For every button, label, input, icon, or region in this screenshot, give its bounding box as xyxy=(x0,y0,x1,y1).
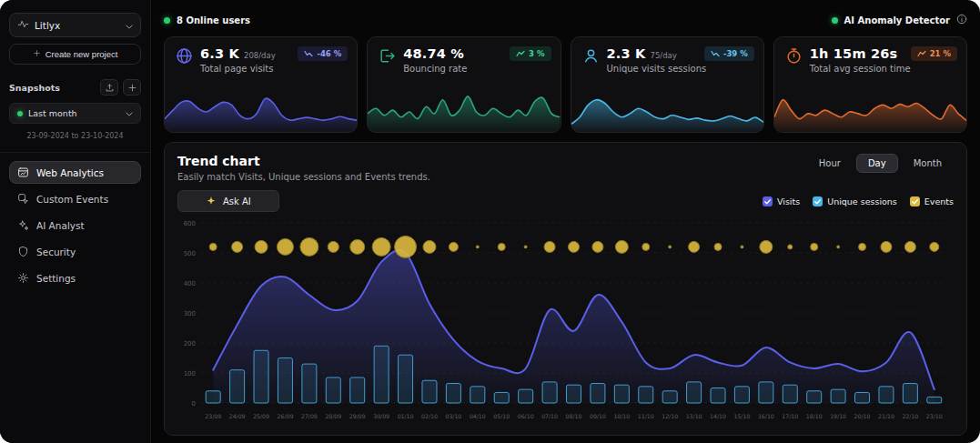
chart-legend: Visits Unique sessions Events xyxy=(763,196,954,206)
litlyx-logo-icon xyxy=(17,18,29,32)
legend-item-visits[interactable]: Visits xyxy=(763,196,800,206)
create-project-button[interactable]: Create new project xyxy=(9,44,141,65)
ask-ai-button[interactable]: Ask AI xyxy=(177,190,279,212)
svg-text:19/10: 19/10 xyxy=(830,413,846,419)
topbar: 8 Online users AI Anomaly Detector xyxy=(164,11,967,29)
check-icon xyxy=(911,197,919,206)
snapshot-add-button[interactable] xyxy=(123,79,141,96)
svg-text:09/10: 09/10 xyxy=(590,413,606,419)
svg-text:03/10: 03/10 xyxy=(445,413,461,419)
stat-card-bouncing-rate: 48.74 % Bouncing rate 3 % xyxy=(367,36,561,133)
sidebar-item-security[interactable]: Security xyxy=(9,240,141,263)
online-users-label: 8 Online users xyxy=(177,15,250,25)
stat-label: Total page visits xyxy=(200,64,276,74)
legend-checkbox-0[interactable] xyxy=(763,196,773,206)
svg-text:24/09: 24/09 xyxy=(229,413,246,419)
svg-text:01/10: 01/10 xyxy=(398,413,414,419)
stat-value: 48.74 % xyxy=(403,46,464,61)
legend-checkbox-2[interactable] xyxy=(910,196,920,206)
svg-text:08/10: 08/10 xyxy=(566,413,582,419)
user-icon xyxy=(582,47,600,74)
stat-card-unique-sessions: 2.3 K 75/day Unique visits sessions -39 … xyxy=(571,36,764,133)
stat-badge-2: -39 % xyxy=(704,46,754,61)
trend-chart-area: 010020030040050060023/0924/0925/0926/092… xyxy=(177,217,954,429)
svg-text:21/10: 21/10 xyxy=(878,413,894,419)
globe-icon xyxy=(176,47,193,74)
sidebar-nav: Web Analytics Custom Events AI Analyst S… xyxy=(9,161,141,293)
tab-day[interactable]: Day xyxy=(856,154,898,173)
sparkles-icon xyxy=(17,219,29,231)
nav-label: Settings xyxy=(36,273,76,284)
svg-text:26/09: 26/09 xyxy=(278,413,294,419)
stat-unit: 75/day xyxy=(650,51,676,60)
snapshot-date-range: 23-09-2024 to 23-10-2024 xyxy=(9,132,141,140)
sparkline-unique-sessions xyxy=(571,90,763,132)
svg-text:27/09: 27/09 xyxy=(301,413,318,419)
svg-text:17/10: 17/10 xyxy=(782,413,798,419)
stat-label: Unique visits sessions xyxy=(607,64,707,74)
tab-month[interactable]: Month xyxy=(902,154,954,173)
check-icon xyxy=(763,197,772,206)
svg-text:400: 400 xyxy=(184,280,196,287)
custom-events-icon xyxy=(17,193,29,205)
period-status-dot xyxy=(17,111,23,116)
legend-item-unique-sessions[interactable]: Unique sessions xyxy=(813,196,897,206)
svg-text:04/10: 04/10 xyxy=(470,413,486,419)
svg-text:13/10: 13/10 xyxy=(686,413,702,419)
sidebar-item-web-analytics[interactable]: Web Analytics xyxy=(9,161,141,184)
svg-text:02/10: 02/10 xyxy=(421,413,438,419)
svg-text:0: 0 xyxy=(192,400,196,408)
nav-label: Web Analytics xyxy=(36,167,104,178)
bounce-icon xyxy=(379,47,396,74)
sidebar-item-custom-events[interactable]: Custom Events xyxy=(9,187,141,210)
snapshots-header: Snapshots xyxy=(9,79,141,96)
snapshot-period-value: Last month xyxy=(28,108,77,118)
svg-text:23/09: 23/09 xyxy=(205,413,221,419)
snapshot-period-select[interactable]: Last month xyxy=(9,103,141,124)
main-content: 8 Online users AI Anomaly Detector xyxy=(151,0,980,443)
info-icon[interactable] xyxy=(956,14,967,26)
stat-label: Total avg session time xyxy=(810,64,911,74)
svg-text:29/09: 29/09 xyxy=(349,413,366,419)
svg-text:600: 600 xyxy=(184,220,196,227)
svg-text:28/09: 28/09 xyxy=(325,413,341,419)
trend-chart-card: Trend chart Easily match Visits, Unique … xyxy=(164,142,967,436)
anomaly-detector-label: AI Anomaly Detector xyxy=(844,15,950,25)
svg-text:07/10: 07/10 xyxy=(541,413,558,419)
sparkle-icon xyxy=(206,196,217,206)
project-name: Litlyx xyxy=(35,20,60,31)
svg-text:15/10: 15/10 xyxy=(734,413,751,419)
plus-icon xyxy=(33,49,41,59)
web-analytics-icon xyxy=(17,166,29,178)
trend-chart-svg: 010020030040050060023/0924/0925/0926/092… xyxy=(177,217,952,427)
sidebar-divider xyxy=(0,152,150,153)
sparkline-total-page-visits xyxy=(165,90,357,132)
stat-badge-3: 21 % xyxy=(911,46,957,61)
svg-text:18/10: 18/10 xyxy=(806,413,823,419)
export-icon xyxy=(105,83,115,93)
stat-value: 6.3 K xyxy=(200,46,239,61)
svg-text:23/10: 23/10 xyxy=(926,413,943,419)
trend-chart-title: Trend chart xyxy=(177,154,430,168)
legend-item-events[interactable]: Events xyxy=(910,196,954,206)
sparkline-avg-session-time xyxy=(774,90,966,132)
stat-cards: 6.3 K 208/day Total page visits -46 % xyxy=(164,36,967,133)
stat-value: 1h 15m 26s xyxy=(810,46,898,61)
legend-checkbox-1[interactable] xyxy=(813,196,823,206)
sparkline-bouncing-rate xyxy=(368,90,560,132)
shield-icon xyxy=(17,246,29,257)
check-icon xyxy=(813,197,822,206)
sidebar-item-settings[interactable]: Settings xyxy=(9,267,141,289)
stat-card-avg-session-time: 1h 15m 26s Total avg session time 21 % xyxy=(773,36,967,133)
legend-label: Visits xyxy=(777,196,800,206)
svg-text:20/10: 20/10 xyxy=(854,413,871,419)
online-users: 8 Online users xyxy=(164,15,250,25)
sidebar-item-ai-analyst[interactable]: AI Analyst xyxy=(9,214,141,237)
tab-hour[interactable]: Hour xyxy=(807,154,853,173)
svg-text:200: 200 xyxy=(184,340,196,347)
svg-text:10/10: 10/10 xyxy=(613,413,630,419)
snapshot-export-button[interactable] xyxy=(100,79,118,96)
svg-text:05/10: 05/10 xyxy=(493,413,510,419)
project-selector[interactable]: Litlyx xyxy=(9,13,141,37)
online-status-dot xyxy=(164,17,170,24)
